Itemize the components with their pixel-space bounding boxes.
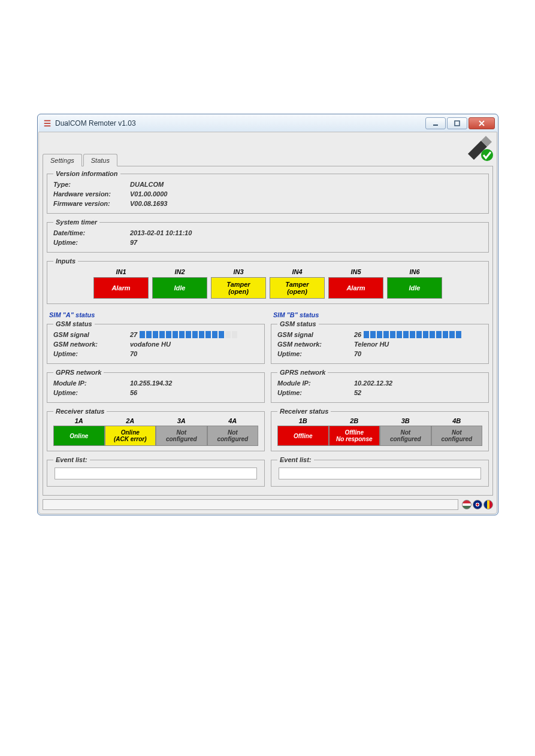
status-text-box	[43, 499, 458, 510]
inputs-group: Inputs IN1AlarmIN2IdleIN3Tamper(open)IN4…	[47, 257, 489, 304]
event-list-box[interactable]	[279, 467, 481, 479]
input-status-box: Tamper(open)	[211, 277, 266, 299]
event-list-group: Event list:	[47, 456, 265, 487]
receiver-status-box: Notconfigured	[156, 426, 207, 446]
input-header: IN3	[211, 268, 266, 275]
receiver-status-box: Notconfigured	[431, 426, 483, 446]
gsm-uptime-label: Uptime:	[53, 350, 130, 357]
datetime-label: Date/time:	[53, 229, 130, 236]
receiver-header: 2B	[329, 417, 380, 424]
system-timer-group: System timer Date/time:2013-02-01 10:11:…	[47, 218, 489, 253]
receiver-header: 3B	[380, 417, 431, 424]
receiver-status-box: Online	[53, 426, 105, 446]
gprs-network-group: GPRS networkModule IP:10.202.12.32Uptime…	[271, 369, 489, 403]
input-status-box: Tamper(open)	[270, 277, 325, 299]
receiver-header: 1A	[53, 417, 105, 424]
receiver-status-group: Receiver status1BOffline2BOfflineNo resp…	[271, 408, 489, 451]
gprs-uptime-value: 52	[354, 389, 361, 396]
gsm-status-group: GSM statusGSM signal26GSM network:Teleno…	[271, 320, 489, 364]
gsm-network-label: GSM network:	[53, 341, 130, 348]
flag-uk-icon[interactable]	[473, 500, 482, 509]
receiver-status-box: Online(ACK error)	[105, 426, 156, 446]
status-panel: Version information Type:DUALCOM Hardwar…	[43, 166, 493, 496]
version-info-group: Version information Type:DUALCOM Hardwar…	[47, 170, 489, 214]
svg-rect-0	[433, 125, 438, 126]
gsm-network-label: GSM network:	[277, 341, 354, 348]
statusbar	[43, 499, 493, 510]
event-list-group: Event list:	[271, 456, 489, 487]
gsm-network-value: vodafone HU	[130, 341, 171, 348]
receiver-header: 4A	[207, 417, 259, 424]
gsm-network-value: Telenor HU	[354, 341, 389, 348]
tab-settings[interactable]: Settings	[43, 154, 82, 166]
svg-point-2	[481, 149, 493, 161]
fw-value: V00.08.1693	[130, 200, 167, 207]
module-ip-value: 10.255.194.32	[130, 379, 172, 387]
receiver-header: 1B	[277, 417, 329, 424]
gsm-uptime-value: 70	[354, 350, 361, 357]
gprs-network-group: GPRS networkModule IP:10.255.194.32Uptim…	[47, 369, 265, 403]
sim-b-title: SIM "B" status	[273, 311, 489, 318]
receiver-status-group: Receiver status1AOnline2AOnline(ACK erro…	[47, 408, 265, 451]
receiver-header: 2A	[105, 417, 156, 424]
signal-bar-icon	[364, 331, 461, 338]
receiver-status-box: Notconfigured	[380, 426, 431, 446]
gsm-uptime-label: Uptime:	[277, 350, 354, 357]
app-window: DualCOM Remoter v1.03 Settings Status Ve…	[37, 114, 498, 515]
input-header: IN2	[152, 268, 207, 275]
input-header: IN1	[93, 268, 149, 275]
fw-label: Firmware version:	[53, 200, 130, 207]
input-status-box: Alarm	[328, 277, 383, 299]
receiver-header: 4B	[431, 417, 483, 424]
flag-hu-icon[interactable]	[462, 500, 471, 509]
minimize-button[interactable]	[425, 117, 446, 129]
module-ip-value: 10.202.12.32	[354, 379, 392, 387]
gsm-status-group: GSM statusGSM signal27GSM network:vodafo…	[47, 320, 265, 364]
gprs-uptime-label: Uptime:	[53, 389, 130, 396]
tab-status[interactable]: Status	[83, 154, 117, 166]
gsm-signal-label: GSM signal	[277, 331, 354, 338]
sim-a-column: SIM "A" statusGSM statusGSM signal27GSM …	[47, 309, 265, 491]
type-value: DUALCOM	[130, 181, 164, 188]
gsm-signal-value: 26	[354, 331, 361, 338]
sim-b-column: SIM "B" statusGSM statusGSM signal26GSM …	[271, 309, 489, 491]
maximize-button[interactable]	[447, 117, 467, 129]
uptime-value: 97	[130, 239, 137, 246]
input-status-box: Idle	[387, 277, 442, 299]
inputs-legend: Inputs	[53, 257, 78, 265]
input-header: IN5	[328, 268, 383, 275]
receiver-status-box: Offline	[277, 426, 329, 446]
uptime-label: Uptime:	[53, 239, 130, 246]
type-label: Type:	[53, 181, 130, 188]
sim-a-title: SIM "A" status	[49, 311, 265, 318]
receiver-status-box: OfflineNo response	[329, 426, 380, 446]
close-button[interactable]	[468, 117, 495, 129]
input-status-box: Idle	[152, 277, 207, 299]
version-info-legend: Version information	[53, 170, 120, 177]
system-timer-legend: System timer	[53, 218, 99, 226]
input-header: IN6	[387, 268, 442, 275]
module-ip-label: Module IP:	[53, 379, 130, 387]
input-header: IN4	[270, 268, 325, 275]
flag-ro-icon[interactable]	[483, 500, 493, 509]
gsm-signal-label: GSM signal	[53, 331, 130, 338]
titlebar[interactable]: DualCOM Remoter v1.03	[38, 115, 497, 132]
gprs-uptime-label: Uptime:	[277, 389, 354, 396]
svg-rect-1	[455, 121, 460, 126]
app-icon	[43, 119, 52, 127]
module-ip-label: Module IP:	[277, 379, 354, 387]
signal-bar-icon	[140, 331, 237, 338]
datetime-value: 2013-02-01 10:11:10	[130, 229, 192, 236]
usb-status-icon	[463, 136, 493, 162]
gsm-uptime-value: 70	[130, 350, 137, 357]
event-list-box[interactable]	[55, 467, 257, 479]
input-status-box: Alarm	[93, 277, 149, 299]
tabs: Settings Status	[43, 154, 493, 166]
receiver-status-box: Notconfigured	[207, 426, 259, 446]
window-title: DualCOM Remoter v1.03	[55, 119, 425, 127]
receiver-header: 3A	[156, 417, 207, 424]
gprs-uptime-value: 56	[130, 389, 137, 396]
hw-label: Hardware version:	[53, 190, 130, 198]
gsm-signal-value: 27	[130, 331, 137, 338]
hw-value: V01.00.0000	[130, 190, 167, 198]
